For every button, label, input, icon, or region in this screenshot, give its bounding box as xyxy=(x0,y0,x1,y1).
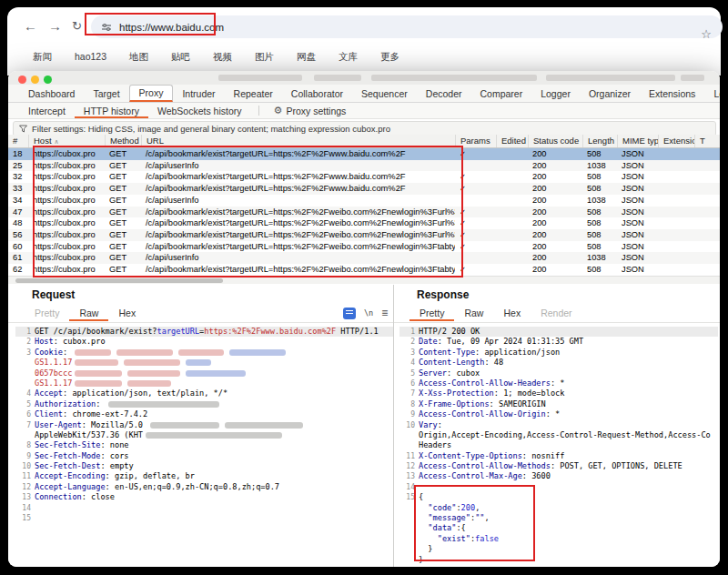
table-row-60[interactable]: 60https://cubox.proGET/c/api/bookmark/ex… xyxy=(8,241,720,253)
main-tab-target[interactable]: Target xyxy=(84,85,128,102)
main-tab-collaborator[interactable]: Collaborator xyxy=(282,85,352,102)
bookmark--[interactable]: 文库 xyxy=(339,51,358,64)
cell-host: https://cubox.pro xyxy=(28,148,105,160)
column-header-status-code[interactable]: Status code xyxy=(528,135,582,147)
code-segment: Accept-Language xyxy=(35,482,106,491)
cell-edited xyxy=(496,217,528,229)
panel-divider[interactable] xyxy=(393,285,394,567)
bookmark--[interactable]: 图片 xyxy=(255,51,274,64)
line-text: Accept: application/json, text/plain, */… xyxy=(35,388,228,398)
line-number: 1 xyxy=(399,327,419,337)
bookmark-star-icon[interactable]: ☆ xyxy=(701,27,712,41)
response-tab-pretty[interactable]: Pretty xyxy=(410,305,454,321)
table-row-18[interactable]: 18https://cubox.proGET/c/api/bookmark/ex… xyxy=(8,148,720,160)
bookmark--[interactable]: 网盘 xyxy=(297,51,316,64)
cell-ext xyxy=(658,207,694,218)
line-text: GS1.1.17 xyxy=(35,358,214,368)
column-header-params[interactable]: Params xyxy=(455,135,496,147)
column-header-t[interactable]: T xyxy=(694,135,711,147)
cell-length: 508 xyxy=(582,217,617,229)
code-line: 4Accept: application/json, text/plain, *… xyxy=(15,388,393,398)
editor-menu-icon[interactable]: ≡ xyxy=(381,307,388,319)
column-header--[interactable]: # xyxy=(8,135,28,147)
request-toolbar-icons: \n ≡ xyxy=(343,307,388,319)
code-line: 15{ xyxy=(399,492,718,502)
main-tab-intruder[interactable]: Intruder xyxy=(173,85,224,102)
scrollbar-thumb[interactable] xyxy=(15,278,223,283)
code-line: AppleWebKit/537.36 (KHT xyxy=(15,430,393,440)
line-text: Sec-Fetch-Mode: cors xyxy=(35,451,128,461)
column-header-edited[interactable]: Edited xyxy=(496,135,528,147)
cell-host: https://cubox.pro xyxy=(28,171,105,183)
table-row-47[interactable]: 47https://cubox.proGET/c/api/bookmark/ex… xyxy=(8,207,720,218)
table-row-34[interactable]: 34https://cubox.proGET/c/api/userInfo200… xyxy=(8,195,720,207)
bookmark--[interactable]: 新闻 xyxy=(33,51,52,64)
bookmark--[interactable]: 视频 xyxy=(213,51,232,64)
line-number xyxy=(399,430,419,440)
response-tab-raw[interactable]: Raw xyxy=(454,305,493,321)
response-tab-hex[interactable]: Hex xyxy=(493,305,531,321)
main-tab-repeater[interactable]: Repeater xyxy=(225,85,282,102)
sub-tab-websockets-history[interactable]: WebSockets history xyxy=(148,103,251,118)
sub-tab-intercept[interactable]: Intercept xyxy=(19,103,75,118)
main-tab-extensions[interactable]: Extensions xyxy=(640,85,704,102)
cell-num: 62 xyxy=(8,264,28,276)
code-segment: : xyxy=(438,420,442,429)
main-tab-proxy[interactable]: Proxy xyxy=(129,85,174,102)
sub-tab-http-history[interactable]: HTTP history xyxy=(75,103,148,118)
close-traffic-light[interactable] xyxy=(18,76,26,84)
code-line: 12Accept-Language: en-US,en;q=0.9,zh-CN;… xyxy=(15,482,393,492)
request-tab-raw[interactable]: Raw xyxy=(69,305,108,321)
bookmark-hao123[interactable]: hao123 xyxy=(75,51,106,64)
table-row-25[interactable]: 25https://cubox.proGET/c/api/userInfo200… xyxy=(8,160,720,172)
browser-forward-icon[interactable]: → xyxy=(48,19,62,33)
column-header-mime-type[interactable]: MIME type xyxy=(617,135,658,147)
line-text: Headers xyxy=(419,440,451,450)
bookmark--[interactable]: 地图 xyxy=(129,51,148,64)
newline-toggle-icon[interactable]: \n xyxy=(364,308,373,318)
table-row-32[interactable]: 32https://cubox.proGET/c/api/bookmark/ex… xyxy=(8,171,720,183)
inspector-toggle-icon[interactable] xyxy=(343,308,356,319)
line-number xyxy=(15,358,35,368)
table-row-48[interactable]: 48https://cubox.proGET/c/api/bookmark/ex… xyxy=(8,217,720,229)
cell-mime: JSON xyxy=(617,241,658,253)
response-editor[interactable]: 1HTTP/2 200 OK2Date: Tue, 09 Apr 2024 01… xyxy=(399,327,718,565)
main-tab-organizer[interactable]: Organizer xyxy=(580,85,640,102)
table-row-56[interactable]: 56https://cubox.proGET/c/api/bookmark/ex… xyxy=(8,229,720,241)
request-tab-hex[interactable]: Hex xyxy=(108,305,146,321)
browser-back-icon[interactable]: ← xyxy=(24,19,37,33)
table-row-61[interactable]: 61https://cubox.proGET/c/api/userInfo200… xyxy=(8,252,720,264)
column-header-length[interactable]: Length xyxy=(582,135,617,147)
cell-num: 33 xyxy=(8,183,28,195)
browser-reload-icon[interactable]: ↻ xyxy=(72,19,82,33)
table-row-62[interactable]: 62https://cubox.proGET/c/api/bookmark/ex… xyxy=(8,264,720,276)
url-text[interactable]: https://www.baidu.com xyxy=(119,22,224,33)
code-segment xyxy=(419,503,428,512)
code-segment: Sec-Fetch-Mode xyxy=(35,451,100,460)
proxy-settings-tab[interactable]: ⚙Proxy settings xyxy=(267,103,354,118)
minimize-traffic-light[interactable] xyxy=(31,76,39,84)
code-segment: } xyxy=(419,555,423,564)
bookmark--[interactable]: 更多 xyxy=(380,51,399,64)
main-tab-learn[interactable]: Learn xyxy=(704,85,720,102)
table-row-33[interactable]: 33https://cubox.proGET/c/api/bookmark/ex… xyxy=(8,183,720,195)
column-header-url[interactable]: URL xyxy=(141,135,455,147)
request-editor[interactable]: 1GET /c/api/bookmark/exist?targetURL=htt… xyxy=(15,327,393,565)
column-header-extension[interactable]: Extension xyxy=(658,135,694,147)
column-header-host[interactable]: Host∧ xyxy=(28,135,105,147)
main-tab-logger[interactable]: Logger xyxy=(531,85,580,102)
cell-mime: JSON xyxy=(617,171,658,183)
main-tab-sequencer[interactable]: Sequencer xyxy=(352,85,417,102)
cell-num: 18 xyxy=(8,148,28,160)
table-horizontal-scrollbar[interactable] xyxy=(8,276,720,284)
zoom-traffic-light[interactable] xyxy=(44,76,52,84)
code-segment: : close xyxy=(82,492,115,501)
main-tab-comparer[interactable]: Comparer xyxy=(471,85,532,102)
bookmark--[interactable]: 贴吧 xyxy=(171,51,190,64)
main-tab-dashboard[interactable]: Dashboard xyxy=(19,85,84,102)
main-tab-decoder[interactable]: Decoder xyxy=(417,85,471,102)
line-number: 7 xyxy=(399,388,419,398)
site-settings-icon[interactable] xyxy=(101,22,112,33)
address-bar[interactable]: https://www.baidu.com ☆ xyxy=(91,15,723,38)
column-header-method[interactable]: Method xyxy=(105,135,141,147)
